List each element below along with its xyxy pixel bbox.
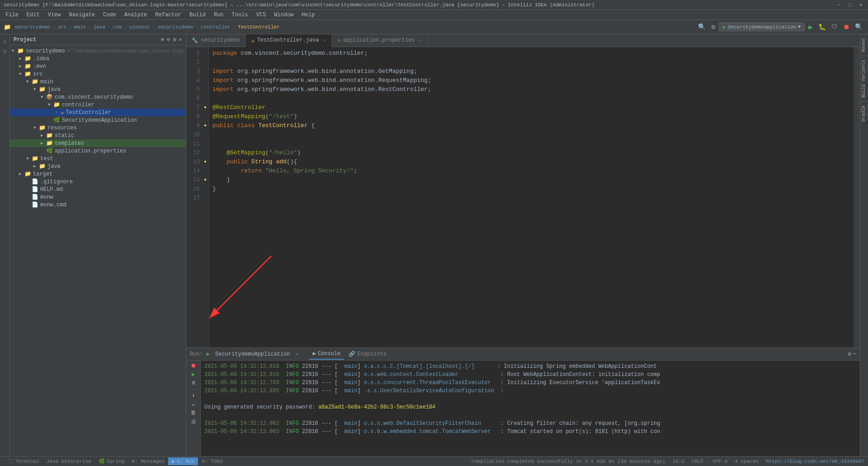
gutter-icon-13[interactable]: ● (200, 157, 207, 166)
left-icon-2[interactable]: 2 (2, 48, 7, 55)
menu-analyze[interactable]: Analyze (121, 11, 151, 19)
debug-button[interactable]: 🐛 (816, 22, 828, 32)
tree-item-testcontroller[interactable]: • ☕ TestController (10, 109, 186, 116)
tree-item-resources[interactable]: ▼ 📁 resources (10, 124, 186, 132)
breadcrumb-testcontroller[interactable]: TestController (238, 24, 279, 30)
menu-run[interactable]: Run (210, 11, 227, 19)
tree-item-help[interactable]: • 📄 HELP.md (10, 185, 186, 193)
breadcrumb-controller[interactable]: controller (201, 24, 231, 30)
tree-item-src[interactable]: ▼ 📁 src (10, 70, 186, 78)
breadcrumb-main[interactable]: main (74, 24, 86, 30)
settings-icon[interactable]: ⚙ (709, 22, 717, 32)
code-line-3: import org.springframework.web.bind.anno… (212, 67, 850, 76)
magnify-icon[interactable]: 🔍 (853, 22, 864, 32)
breadcrumb-vincent[interactable]: vincent (129, 24, 150, 30)
cursor-position: 16:2 (673, 459, 684, 464)
menu-vcs[interactable]: VCS (253, 11, 270, 19)
bottom-tab-terminal[interactable]: ⬛ Terminal (4, 457, 43, 465)
tree-item-mvnw[interactable]: • 📄 mvnw (10, 193, 186, 201)
run-button[interactable]: ▶ (807, 22, 815, 33)
breadcrumb-src[interactable]: src (58, 24, 67, 30)
minimize-button[interactable]: ─ (835, 1, 843, 9)
tab-appprops[interactable]: ⚙ application.properties ✕ (332, 34, 428, 47)
menu-code[interactable]: Code (99, 11, 120, 19)
tree-item-securityapp[interactable]: • 🌿 SecuritydemoApplication (10, 116, 186, 124)
run-close-icon[interactable]: ✕ (296, 352, 298, 357)
tree-item-templates[interactable]: ▶ 📁 templates (10, 139, 186, 147)
bottom-tab-messages[interactable]: 0: Messages (128, 457, 168, 465)
menu-navigate[interactable]: Navigate (65, 11, 99, 19)
tree-item-controller[interactable]: ▼ 📁 controller (10, 101, 186, 109)
tree-item-idea[interactable]: ▶ 📁 .idea (10, 55, 186, 62)
bottom-tab-java-enterprise[interactable]: Java Enterprise (43, 457, 95, 465)
bottom-tab-run[interactable]: ▶ 4: Run (168, 457, 198, 465)
minimize-run-icon[interactable]: ─ (853, 351, 856, 357)
clear-console-btn[interactable]: 🗑 (191, 409, 196, 416)
tree-label-test: test (40, 156, 53, 162)
stop-run-btn[interactable]: ⏹ (191, 362, 196, 369)
left-icon-1[interactable]: 1 (2, 38, 7, 45)
stop-button[interactable]: ⏹ (841, 23, 851, 32)
menu-edit[interactable]: Edit (23, 11, 43, 19)
side-label-maven[interactable]: Maven (860, 34, 868, 56)
soft-wrap-btn[interactable]: ↵ (192, 401, 195, 408)
breadcrumb-root[interactable]: securitydemo (14, 24, 50, 30)
tab-console[interactable]: ▶ Console (309, 348, 344, 360)
gutter-icon-7[interactable]: ● (200, 103, 207, 112)
settings-panel-icon[interactable]: ⚙ (173, 36, 176, 43)
tab-testcontroller[interactable]: ☕ TestController.java ✕ (245, 34, 332, 47)
side-label-gradle[interactable]: Gradle (860, 101, 868, 125)
maximize-button[interactable]: □ (846, 1, 854, 9)
tree-item-appprops[interactable]: • 🌿 application.properties (10, 147, 186, 155)
print-btn[interactable]: 🖨 (191, 418, 196, 425)
menu-help[interactable]: Help (298, 11, 318, 19)
menu-tools[interactable]: Tools (228, 11, 252, 19)
url-link[interactable]: https://blog.csdn.net/m0_43345067 (766, 459, 864, 464)
menu-refactor[interactable]: Refactor (151, 11, 185, 19)
breadcrumb-com[interactable]: com (113, 24, 122, 30)
tab-close-tc[interactable]: ✕ (323, 38, 326, 43)
console-output[interactable]: 2021-05-06 14:32:12.616 INFO 22816 --- [… (201, 361, 860, 456)
line-numbers: 1 2 3 4 5 (186, 47, 209, 347)
menu-file[interactable]: File (2, 11, 22, 19)
bottom-tab-todo[interactable]: 6: TODO (198, 457, 226, 465)
gutter-icon-9[interactable]: ● (200, 121, 207, 130)
scroll-to-end-btn[interactable]: ⬇ (192, 392, 195, 399)
pause-btn[interactable]: ⏸ (191, 380, 196, 386)
expand-all-icon[interactable]: ⊕ (161, 36, 164, 43)
tree-item-mvnwcmd[interactable]: • 📄 mvnw.cmd (10, 201, 186, 209)
gutter-icon-15[interactable]: ● (200, 176, 207, 185)
side-label-build[interactable]: Build Variants (860, 56, 868, 101)
breadcrumb-securitydemo[interactable]: securitydemo (157, 24, 193, 30)
breadcrumb-java[interactable]: java (94, 24, 105, 30)
tree-item-main[interactable]: ▼ 📁 main (10, 78, 186, 86)
bottom-tab-spring[interactable]: 🌿 Spring (95, 457, 128, 465)
tree-item-static[interactable]: ▶ 📁 static (10, 132, 186, 139)
tab-endpoints[interactable]: 🔗 Endpoints (345, 348, 390, 360)
menu-window[interactable]: Window (270, 11, 297, 19)
tab-close-props[interactable]: ✕ (420, 38, 422, 43)
tree-item-root[interactable]: ▼ 📁 securitydemo F:\BaiduNetdiskDownload… (10, 47, 186, 55)
menu-build[interactable]: Build (186, 11, 209, 19)
project-panel-icons: ⊕ ⊖ ⚙ ✕ (161, 36, 182, 43)
search-everywhere-icon[interactable]: 🔍 (696, 22, 708, 32)
tab-securitydemo[interactable]: 🔧 securitydemo (186, 34, 245, 47)
code-text[interactable]: package com.vincent.securitydemo.control… (209, 47, 854, 347)
settings-run-icon[interactable]: ⚙ (848, 351, 851, 357)
tree-item-target[interactable]: ▶ 📁 target (10, 170, 186, 178)
gutter-10: 10 (186, 130, 207, 139)
tree-item-test[interactable]: ▼ 📁 test (10, 155, 186, 162)
menu-view[interactable]: View (44, 11, 65, 19)
tree-item-package[interactable]: ▼ 📦 com.vincent.securitydemo (10, 93, 186, 101)
close-button[interactable]: ✕ (857, 1, 864, 9)
collapse-all-icon[interactable]: ⊖ (167, 36, 170, 43)
tree-item-java[interactable]: ▼ 📁 java (10, 86, 186, 93)
run-with-coverage[interactable]: 🛡 (830, 23, 840, 32)
rerun-btn[interactable]: ▶ (192, 371, 195, 378)
tree-item-test-java[interactable]: ▶ 📁 java (10, 162, 186, 170)
close-panel-icon[interactable]: ✕ (179, 36, 182, 43)
run-config-selector[interactable]: ▶ SecuritydemoApplication ▼ (719, 23, 805, 31)
tree-item-mvn[interactable]: ▶ 📁 .mvn (10, 62, 186, 70)
tree-item-gitignore[interactable]: • 📄 .gitignore (10, 178, 186, 185)
tree-arrow-sa: • (48, 118, 53, 123)
